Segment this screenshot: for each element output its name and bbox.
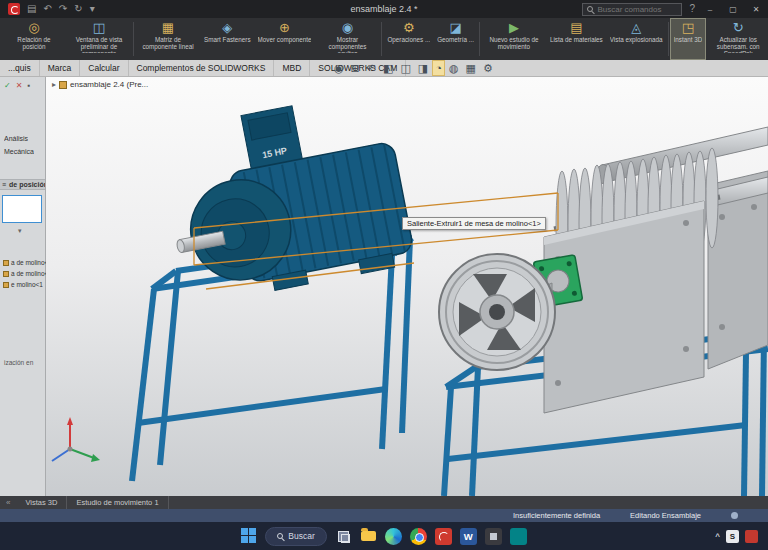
- tab-marca[interactable]: Marca: [40, 60, 81, 76]
- ribbon-label: Relación de posición: [5, 36, 63, 53]
- redo-icon[interactable]: ↷: [59, 4, 67, 14]
- mate-entity-label: a de molino<1: [11, 270, 46, 277]
- tab-complementos[interactable]: Complementos de SOLIDWORKS: [129, 60, 275, 76]
- ribbon-label: Smart Fasteners: [204, 36, 251, 53]
- ribbon-label: Operaciones ...: [387, 36, 430, 53]
- grinder-front-plate[interactable]: [544, 201, 704, 413]
- menu-dropdown-icon[interactable]: ▾: [90, 4, 95, 14]
- cancel-x-icon[interactable]: ✕: [16, 81, 23, 90]
- smart-fasteners-button[interactable]: ◈Smart Fasteners: [201, 19, 254, 59]
- move-component-button[interactable]: ⊕Mover componente: [255, 19, 315, 59]
- move-component-icon: ⊕: [279, 21, 290, 36]
- task-view-icon[interactable]: [335, 528, 352, 545]
- solidworks-logo-icon[interactable]: [8, 3, 20, 15]
- instant-3d-button[interactable]: ◳Instant 3D: [671, 19, 706, 59]
- edit-appearance-icon[interactable]: ◍: [447, 61, 461, 75]
- zoom-area-icon[interactable]: ⊞: [349, 61, 362, 75]
- undo-icon[interactable]: ↶: [43, 4, 51, 14]
- pulley-wheel[interactable]: [439, 254, 555, 370]
- command-search-box[interactable]: [582, 3, 682, 16]
- component-preview-window-button[interactable]: ◫Ventana de vista preliminar de componen…: [67, 19, 131, 59]
- show-hidden-icon: ◉: [342, 21, 353, 36]
- save-icon[interactable]: ▤: [27, 4, 36, 14]
- view-settings-icon[interactable]: ⚙: [481, 61, 495, 75]
- mate-selection-box[interactable]: [2, 195, 42, 223]
- chrome-browser-icon[interactable]: [410, 528, 427, 545]
- collapse-tree-arrow[interactable]: ▸: [52, 80, 56, 89]
- ribbon-label: Matriz de componente lineal: [139, 36, 197, 53]
- ribbon-label: Mostrar componentes ocultos: [318, 36, 376, 53]
- hide-show-items-icon[interactable]: ◔: [433, 61, 444, 75]
- status-bar: Insuficientemente definida Editando Ensa…: [0, 509, 768, 522]
- mate-button[interactable]: ◎Relación de posición: [2, 19, 66, 59]
- tab-mbd[interactable]: MBD: [274, 60, 310, 76]
- graphics-area[interactable]: 15 HP: [46, 77, 768, 496]
- preview-window-icon: ◫: [93, 21, 105, 36]
- solidworks-window: ▤ ↶ ↷ ↻ ▾ ensamblaje 2.4 * ? – ▢ ✕ ◎Rela…: [0, 0, 768, 550]
- tab-analysis-label[interactable]: Análisis: [4, 135, 28, 142]
- panel-footer-label: ización en: [4, 359, 33, 366]
- maximize-button[interactable]: ▢: [725, 5, 741, 14]
- tab-mechanic-label[interactable]: Mecánica: [4, 148, 34, 155]
- start-button[interactable]: [241, 528, 257, 544]
- section-view-icon[interactable]: ◧: [381, 61, 395, 75]
- assembly-root-node[interactable]: ensamblaje 2.4 (Pre...: [70, 80, 148, 89]
- ok-check-icon[interactable]: ✓: [4, 81, 11, 90]
- mate-entity-item[interactable]: e molino<1: [3, 281, 43, 288]
- edge-browser-icon[interactable]: [385, 528, 402, 545]
- tab-croquis[interactable]: ...quis: [0, 60, 40, 76]
- face-icon: [3, 260, 9, 266]
- ribbon-label: Geometría ...: [437, 36, 474, 53]
- word-app-icon[interactable]: W: [460, 528, 477, 545]
- mate-entity-item[interactable]: a de molino<1: [3, 259, 46, 266]
- quick-access-toolbar: ▤ ↶ ↷ ↻ ▾: [0, 3, 95, 15]
- collapse-left-icon[interactable]: «: [0, 496, 16, 509]
- ribbon-separator: [133, 22, 134, 56]
- help-icon[interactable]: ?: [689, 4, 695, 14]
- apply-scene-icon[interactable]: ▦: [464, 61, 478, 75]
- close-button[interactable]: ✕: [748, 5, 764, 14]
- linear-pattern-button[interactable]: ▦Matriz de componente lineal: [136, 19, 200, 59]
- search-icon: [277, 533, 283, 539]
- assembly-features-button[interactable]: ⚙Operaciones ...: [384, 19, 433, 59]
- pin-icon[interactable]: ▪: [27, 81, 30, 90]
- bill-of-materials-button[interactable]: ▤Lista de materiales: [547, 19, 606, 59]
- show-hidden-components-button[interactable]: ◉Mostrar componentes ocultos: [315, 19, 379, 59]
- tray-app-icon-s[interactable]: S: [726, 530, 739, 543]
- tray-chevron-icon[interactable]: ^: [715, 532, 720, 541]
- app-icon-teal[interactable]: [510, 528, 527, 545]
- view-orientation-icon[interactable]: ◫: [398, 61, 412, 75]
- exploded-view-button[interactable]: ◬Vista explosionada: [607, 19, 666, 59]
- model-scene[interactable]: 15 HP: [46, 77, 768, 496]
- edit-mode-label: Editando Ensamblaje: [630, 511, 701, 520]
- taskbar-search-label: Buscar: [288, 531, 314, 541]
- face-icon: [3, 282, 9, 288]
- mate-entity-item[interactable]: a de molino<1: [3, 270, 46, 277]
- motion-study-icon: ▶: [509, 21, 519, 36]
- minimize-button[interactable]: –: [702, 5, 718, 14]
- electric-motor[interactable]: 15 HP: [155, 88, 416, 307]
- rebuild-icon[interactable]: ↻: [74, 4, 82, 14]
- command-search-input[interactable]: [597, 5, 677, 14]
- mate-group-header[interactable]: ≡ de posición: [0, 179, 45, 190]
- geometry-icon: ◪: [449, 21, 461, 36]
- tab-motion-study-1[interactable]: Estudio de movimiento 1: [67, 496, 168, 509]
- speedpak-update-button[interactable]: ↻Actualizar los subensam. con SpeedPak: [706, 19, 768, 59]
- new-motion-study-button[interactable]: ▶Nuevo estudio de movimiento: [482, 19, 546, 59]
- zoom-fit-icon[interactable]: ◉: [332, 61, 346, 75]
- tray-app-icon-red[interactable]: [745, 530, 758, 543]
- windows-taskbar: Buscar W ^ S: [0, 522, 768, 550]
- command-tabs-row: ...quis Marca Calcular Complementos de S…: [0, 60, 768, 77]
- orientation-triad[interactable]: [52, 417, 100, 462]
- display-style-icon[interactable]: ◨: [416, 61, 430, 75]
- taskbar-search[interactable]: Buscar: [265, 527, 326, 546]
- expand-chevron-icon[interactable]: ▾: [18, 227, 22, 235]
- file-explorer-icon[interactable]: [360, 528, 377, 545]
- motion-study-bar: « Vistas 3D Estudio de movimiento 1: [0, 496, 768, 509]
- reference-geometry-button[interactable]: ◪Geometría ...: [434, 19, 477, 59]
- tab-vistas-3d[interactable]: Vistas 3D: [16, 496, 67, 509]
- tab-calcular[interactable]: Calcular: [80, 60, 128, 76]
- solidworks-app-icon[interactable]: [435, 528, 452, 545]
- previous-view-icon[interactable]: ↶: [365, 61, 378, 75]
- app-icon-dark[interactable]: [485, 528, 502, 545]
